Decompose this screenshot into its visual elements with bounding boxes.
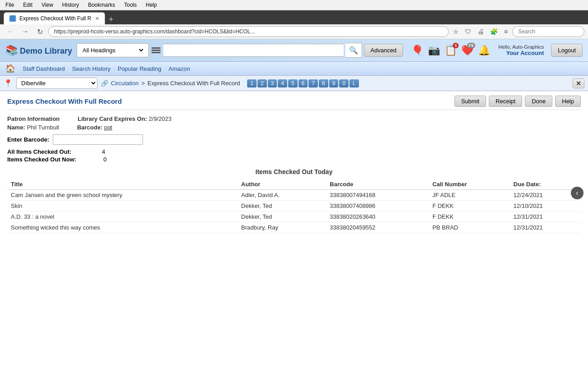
logo-icon: 📚 [5, 45, 18, 56]
cell-barcode-2: 33838020263640 [326, 211, 429, 222]
items-now-label: Items Checked Out Now: [7, 156, 76, 163]
advanced-search-button[interactable]: Advanced [364, 44, 404, 57]
action-buttons: Submit Receipt Done Help [455, 96, 581, 107]
header-icons: 🎈 📷 📋 5 ❤️ F9 🔔 [411, 45, 490, 56]
active-tab[interactable]: Express Checkout With Full Rec... ✕ [4, 12, 105, 24]
cell-call-number-1: F DEKK [429, 201, 510, 211]
alpha-btn-7[interactable]: 7 [308, 79, 318, 87]
logout-button[interactable]: Logout [551, 44, 583, 57]
headings-select[interactable]: All Headings Title Author Subject ISBN [81, 46, 145, 54]
nav-search-history[interactable]: Search History [72, 65, 110, 72]
browser-search-input[interactable] [512, 26, 584, 37]
print-icon[interactable]: 🖨 [476, 27, 486, 36]
address-input[interactable] [48, 26, 449, 37]
barcode-link[interactable]: pqt [104, 124, 112, 131]
heart-icon-btn[interactable]: ❤️ F9 [461, 45, 473, 56]
database-icon[interactable] [151, 45, 161, 56]
alpha-nav: 1 2 3 4 5 6 7 8 9 0 L [247, 79, 359, 87]
list-icon-btn[interactable]: 📋 5 [445, 45, 457, 56]
page-header: Express Checkout With Full Record Submit… [7, 96, 581, 110]
menu-file[interactable]: File [4, 1, 16, 9]
close-button[interactable]: ✕ [573, 78, 584, 88]
breadcrumb: 🔗 Circulation > Express Checkout With Fu… [101, 80, 240, 87]
alpha-btn-2[interactable]: 2 [257, 79, 267, 87]
patron-info-label: Patron Information [7, 115, 60, 122]
patron-section: Patron Information Library Card Expires … [7, 115, 581, 163]
refresh-button[interactable]: ↻ [34, 27, 46, 37]
alpha-btn-1[interactable]: 1 [247, 79, 257, 87]
items-now-row: Items Checked Out Now: 0 [7, 156, 581, 163]
menu-edit[interactable]: Edit [21, 1, 34, 9]
receipt-button[interactable]: Receipt [489, 96, 522, 107]
nav-popular-reading[interactable]: Popular Reading [118, 65, 161, 72]
cell-barcode-3: 33838020459552 [326, 222, 429, 233]
location-select[interactable]: DIberville [16, 78, 97, 89]
page-title: Express Checkout With Full Record [7, 97, 122, 105]
cell-due-date-0: 12/24/2021 [510, 190, 581, 201]
bookmark-icon[interactable]: ☆ [451, 28, 460, 36]
help-button[interactable]: Help [555, 96, 581, 107]
alpha-btn-9[interactable]: 9 [329, 79, 339, 87]
tab-title: Express Checkout With Full Rec... [19, 15, 92, 22]
camera-icon-btn[interactable]: 📷 [428, 45, 440, 56]
account-label[interactable]: Your Account [498, 50, 544, 56]
extension-icon[interactable]: 🧩 [488, 27, 500, 36]
app-logo: 📚 Demo Library [5, 45, 72, 56]
alpha-btn-5[interactable]: 5 [288, 79, 298, 87]
back-button[interactable]: ← [4, 27, 16, 37]
table-title: Items Checked Out Today [7, 168, 581, 175]
items-tbody: Cam Jansen and the green school mystery … [7, 190, 581, 233]
cell-title-0: Cam Jansen and the green school mystery [7, 190, 238, 201]
all-items-label: All Items Checked Out: [7, 148, 75, 155]
nav-staff-dashboard[interactable]: Staff Dashboard [23, 65, 65, 72]
search-button[interactable]: 🔍 [345, 43, 362, 58]
breadcrumb-separator: > [141, 80, 145, 87]
list-badge: 5 [453, 43, 459, 48]
done-button[interactable]: Done [525, 96, 552, 107]
cell-due-date-2: 12/31/2021 [510, 211, 581, 222]
scroll-left-arrow[interactable]: ‹ [571, 187, 583, 199]
cell-title-3: Something wicked this way comes [7, 222, 238, 233]
card-expires-value: 2/9/2023 [149, 115, 172, 122]
col-author: Author [238, 179, 326, 190]
items-table: Title Author Barcode Call Number Due Dat… [7, 179, 581, 233]
table-row: A.D. 33 : a novel Dekker, Ted 3383802026… [7, 211, 581, 222]
app-header: 📚 Demo Library All Headings Title Author… [0, 39, 588, 62]
home-icon[interactable]: 🏠 [5, 64, 15, 74]
alpha-btn-6[interactable]: 6 [299, 79, 308, 87]
tab-close-button[interactable]: ✕ [95, 16, 99, 22]
cell-due-date-1: 12/10/2021 [510, 201, 581, 211]
cell-author-1: Dekker, Ted [238, 201, 326, 211]
shield-icon[interactable]: 🛡 [463, 27, 473, 36]
menu-icon[interactable]: ≡ [502, 27, 510, 36]
breadcrumb-circulation[interactable]: Circulation [111, 80, 138, 87]
browser-action-icons: 🛡 🖨 🧩 ≡ [463, 27, 510, 36]
nav-amazon[interactable]: Amazon [169, 65, 190, 72]
forward-button[interactable]: → [19, 27, 32, 37]
alpha-btn-8[interactable]: 8 [319, 79, 328, 87]
menu-view[interactable]: View [40, 1, 55, 9]
submit-button[interactable]: Submit [455, 96, 486, 107]
table-row: Skin Dekker, Ted 33838007408986 F DEKK 1… [7, 201, 581, 211]
alpha-btn-3[interactable]: 3 [268, 79, 277, 87]
search-dropdown[interactable]: All Headings Title Author Subject ISBN [77, 43, 149, 57]
bell-icon-btn[interactable]: 🔔 [478, 45, 490, 56]
cell-due-date-3: 12/31/2021 [510, 222, 581, 233]
new-tab-button[interactable]: + [106, 15, 116, 24]
alpha-btn-L[interactable]: L [349, 79, 359, 87]
search-input[interactable] [163, 44, 343, 57]
enter-barcode-label: Enter Barcode: [7, 136, 49, 143]
alpha-btn-4[interactable]: 4 [278, 79, 287, 87]
balloon-icon[interactable]: 🎈 [411, 45, 423, 56]
table-header-row: Title Author Barcode Call Number Due Dat… [7, 179, 581, 190]
menu-history[interactable]: History [60, 1, 81, 9]
enter-barcode-input[interactable] [53, 134, 143, 145]
cell-call-number-0: JF ADLE [429, 190, 510, 201]
barcode-static-label: Barcode: [77, 124, 102, 131]
menu-help[interactable]: Help [144, 1, 159, 9]
menu-tools[interactable]: Tools [122, 1, 138, 9]
user-section[interactable]: Hello, Auto-Graphics Your Account [498, 44, 544, 56]
alpha-btn-0[interactable]: 0 [339, 79, 349, 87]
hello-text: Hello, Auto-Graphics [498, 44, 544, 50]
menu-bookmarks[interactable]: Bookmarks [86, 1, 117, 9]
